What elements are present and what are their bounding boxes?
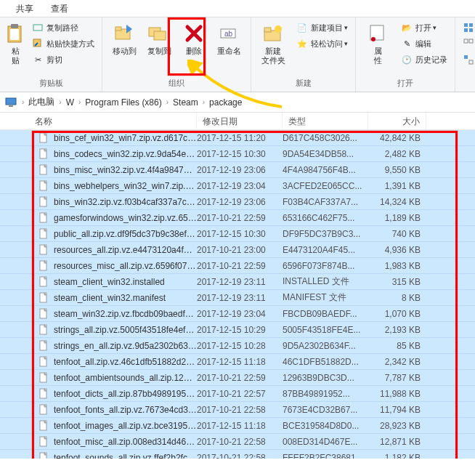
file-name: public_all.zip.vz.df9f5dc37b9c38ef308... [54, 229, 197, 239]
move-to-button[interactable]: 移动到 [107, 20, 142, 57]
table-row[interactable]: tenfoot_images_all.zip.vz.bce319584d...2… [0, 418, 475, 434]
file-size: 4,936 KB [368, 245, 426, 255]
file-name: steam_win32.zip.vz.fbcdb09baedf462... [54, 309, 197, 319]
file-name: bins_webhelpers_win32_win7.zip.vz.3a... [54, 181, 197, 191]
history-button[interactable]: 🕑历史记录 [398, 52, 450, 67]
table-row[interactable]: resources_misc_all.zip.vz.6596f073f87...… [0, 258, 475, 274]
paste-shortcut-button[interactable]: 粘贴快捷方式 [29, 36, 97, 51]
file-size: 11,794 KB [368, 405, 426, 415]
chevron-right-icon[interactable]: › [166, 98, 169, 106]
file-size: 2,482 KB [368, 149, 426, 159]
delete-button[interactable]: 删除 [176, 20, 211, 57]
file-type: D617C458C3026... [283, 133, 368, 143]
chevron-right-icon[interactable]: › [59, 98, 61, 106]
file-name: tenfoot_fonts_all.zip.vz.7673e4cd32b6... [54, 405, 197, 415]
file-name: bins_cef_win32_win7.zip.vz.d617c458c... [54, 133, 197, 143]
chevron-right-icon[interactable]: › [22, 98, 24, 106]
svg-rect-20 [469, 28, 473, 32]
table-row[interactable]: tenfoot_sounds_all.zip.vz.ffef2b2fc38...… [0, 450, 475, 459]
table-row[interactable]: steam_client_win32.manifest2017-12-19 23… [0, 290, 475, 306]
paste-button[interactable]: 粘 贴 [4, 20, 26, 67]
file-type: 008ED314D467E... [283, 437, 368, 447]
file-name: bins_codecs_win32.zip.vz.9da54e34d... [54, 149, 197, 159]
crumb-pc[interactable]: 此电脑 [25, 96, 57, 108]
file-date: 2017-12-19 23:04 [197, 181, 283, 191]
cut-button[interactable]: ✂剪切 [29, 52, 97, 67]
table-row[interactable]: bins_misc_win32.zip.vz.4f4a984756f4b...2… [0, 162, 475, 178]
file-list: bins_cef_win32_win7.zip.vz.d617c458c...2… [0, 130, 475, 459]
copy-path-button[interactable]: 复制路径 [29, 20, 97, 35]
chevron-right-icon[interactable]: › [203, 98, 205, 106]
edit-button[interactable]: ✎编辑 [398, 36, 450, 51]
header-size[interactable]: 大小 [368, 113, 426, 129]
table-row[interactable]: tenfoot_all.zip.vz.46c1dfb51882d27fb...2… [0, 354, 475, 370]
crumb-program-files[interactable]: Program Files (x86) [82, 97, 164, 108]
tab-view[interactable]: 查看 [42, 0, 77, 17]
file-type: BCE319584D8D0... [283, 421, 368, 431]
file-date: 2017-10-21 23:00 [197, 245, 283, 255]
file-size: 8 KB [368, 293, 426, 303]
select-none-button[interactable]: 全部取消 [460, 36, 475, 51]
file-date: 2017-12-19 23:04 [197, 309, 283, 319]
file-name: steam_client_win32.manifest [54, 293, 166, 303]
file-size: 1,070 KB [368, 309, 426, 319]
file-type: 12963B9DBC3D... [283, 373, 368, 383]
file-date: 2017-12-15 10:30 [197, 149, 283, 159]
file-name: tenfoot_dicts_all.zip.87bb498919521... [54, 389, 197, 399]
file-type: MANIFEST 文件 [283, 291, 368, 304]
file-type: 7673E4CD32B67... [283, 405, 368, 415]
table-row[interactable]: bins_cef_win32_win7.zip.vz.d617c458c...2… [0, 130, 475, 146]
svg-rect-22 [469, 39, 473, 43]
table-row[interactable]: strings_en_all.zip.vz.9d5a2302b634fe...2… [0, 338, 475, 354]
table-row[interactable]: bins_codecs_win32.zip.vz.9da54e34d...201… [0, 146, 475, 162]
table-row[interactable]: tenfoot_dicts_all.zip.87bb498919521...20… [0, 386, 475, 402]
crumb-drive[interactable]: W [63, 97, 77, 108]
table-row[interactable]: tenfoot_fonts_all.zip.vz.7673e4cd32b6...… [0, 402, 475, 418]
breadcrumb[interactable]: › 此电脑 › W › Program Files (x86) › Steam … [0, 92, 475, 113]
header-date[interactable]: 修改日期 [197, 113, 283, 129]
file-size: 42,842 KB [368, 133, 426, 143]
move-icon [113, 22, 136, 45]
table-row[interactable]: gamesforwindows_win32.zip.vz.65316...201… [0, 210, 475, 226]
table-row[interactable]: public_all.zip.vz.df9f5dc37b9c38ef308...… [0, 226, 475, 242]
group-clipboard: 粘 贴 复制路径 粘贴快捷方式 ✂剪切 剪贴板 [0, 17, 102, 92]
new-folder-button[interactable]: 新建 文件夹 [256, 20, 291, 67]
easy-access-button[interactable]: ⭐轻松访问▾ [293, 36, 351, 51]
chevron-right-icon[interactable]: › [78, 98, 81, 106]
table-row[interactable]: steam_win32.zip.vz.fbcdb09baedf462...201… [0, 306, 475, 322]
properties-button[interactable]: 属 性 [360, 20, 395, 67]
file-date: 2017-10-21 22:59 [197, 373, 283, 383]
rename-button[interactable]: ab重命名 [211, 20, 246, 57]
file-name: bins_misc_win32.zip.vz.4f4a984756f4b... [54, 165, 197, 175]
file-size: 1,983 KB [368, 261, 426, 271]
tab-share[interactable]: 共享 [7, 0, 42, 17]
table-row[interactable]: resources_all.zip.vz.e4473120a4f4551...2… [0, 242, 475, 258]
group-select: 全部选择 全部取消 反向选择 选择 [455, 17, 475, 92]
select-all-button[interactable]: 全部选择 [460, 20, 475, 35]
crumb-package[interactable]: package [206, 97, 245, 108]
file-name: resources_misc_all.zip.vz.6596f073f87... [54, 261, 197, 271]
header-type[interactable]: 类型 [283, 113, 368, 129]
select-none-icon [463, 38, 474, 49]
invert-selection-button[interactable]: 反向选择 [460, 52, 475, 67]
open-button[interactable]: 📂打开▾ [398, 20, 450, 35]
table-row[interactable]: tenfoot_ambientsounds_all.zip.12963...20… [0, 370, 475, 386]
file-date: 2017-10-21 22:58 [197, 453, 283, 459]
crumb-steam[interactable]: Steam [170, 97, 201, 108]
table-row[interactable]: tenfoot_misc_all.zip.008ed314d467ee...20… [0, 434, 475, 450]
file-type: FBCDB09BAEDF... [283, 309, 368, 319]
new-item-button[interactable]: 📄新建项目▾ [293, 20, 351, 35]
file-size: 315 KB [368, 277, 426, 287]
header-name[interactable]: 名称 [0, 113, 197, 129]
svg-rect-24 [469, 60, 473, 64]
table-row[interactable]: bins_win32.zip.vz.f03b4caf337a7c088...20… [0, 194, 475, 210]
table-row[interactable]: bins_webhelpers_win32_win7.zip.vz.3a...2… [0, 178, 475, 194]
table-row[interactable]: steam_client_win32.installed2017-12-19 2… [0, 274, 475, 290]
file-type: 9DA54E34DB58... [283, 149, 368, 159]
file-size: 1,182 KB [368, 453, 426, 459]
edit-icon: ✎ [401, 38, 413, 49]
table-row[interactable]: strings_all.zip.vz.5005f43518fe4ef07cc..… [0, 322, 475, 338]
file-date: 2017-12-19 23:06 [197, 197, 283, 207]
copy-to-button[interactable]: 复制到 [142, 20, 176, 57]
file-name: tenfoot_ambientsounds_all.zip.12963... [54, 373, 197, 383]
